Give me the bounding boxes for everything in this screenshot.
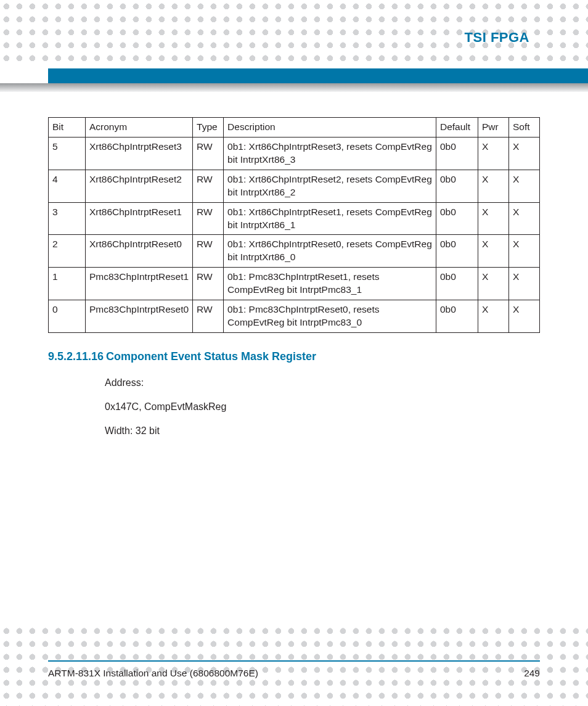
cell-soft: X — [509, 170, 540, 202]
col-soft: Soft — [509, 118, 540, 138]
col-pwr: Pwr — [478, 118, 509, 138]
section-title: Component Event Status Mask Register — [106, 350, 316, 363]
cell-pwr: X — [478, 268, 509, 300]
table-row: 0Pmc83ChpIntrptReset0RW0b1: Pmc83ChpIntr… — [49, 300, 540, 333]
cell-description: 0b1: Xrt86ChpIntrptReset1, resets CompEv… — [224, 202, 436, 235]
register-table: Bit Acronym Type Description Default Pwr… — [48, 117, 540, 333]
cell-soft: X — [509, 300, 540, 333]
cell-bit: 0 — [49, 300, 86, 333]
section-heading: 9.5.2.11.16 Component Event Status Mask … — [48, 350, 540, 363]
cell-pwr: X — [478, 235, 509, 268]
footer-page-number: 249 — [524, 668, 540, 679]
cell-default: 0b0 — [436, 170, 478, 202]
table-row: 4Xrt86ChpIntrptReset2RW0b1: Xrt86ChpIntr… — [49, 170, 540, 202]
cell-soft: X — [509, 235, 540, 268]
cell-acronym: Pmc83ChpIntrptReset1 — [86, 268, 193, 300]
cell-type: RW — [193, 202, 224, 235]
cell-default: 0b0 — [436, 268, 478, 300]
cell-pwr: X — [478, 137, 509, 170]
cell-bit: 4 — [49, 170, 86, 202]
cell-acronym: Xrt86ChpIntrptReset3 — [86, 137, 193, 170]
col-type: Type — [193, 118, 224, 138]
header-blue-bar — [48, 68, 588, 83]
content-area: Bit Acronym Type Description Default Pwr… — [48, 117, 540, 448]
cell-default: 0b0 — [436, 202, 478, 235]
cell-type: RW — [193, 137, 224, 170]
cell-type: RW — [193, 170, 224, 202]
width-line: Width: 32 bit — [105, 425, 540, 438]
cell-bit: 2 — [49, 235, 86, 268]
section-body: Address: 0x147C, CompEvtMaskReg Width: 3… — [105, 377, 540, 437]
cell-acronym: Pmc83ChpIntrptReset0 — [86, 300, 193, 333]
cell-description: 0b1: Pmc83ChpIntrptReset0, resets CompEv… — [224, 300, 436, 333]
col-acronym: Acronym — [86, 118, 193, 138]
cell-soft: X — [509, 202, 540, 235]
page: TSI FPGA Bit Acronym Type Description De… — [0, 0, 588, 706]
address-label: Address: — [105, 377, 540, 390]
table-row: 1Pmc83ChpIntrptReset1RW0b1: Pmc83ChpIntr… — [49, 268, 540, 300]
cell-type: RW — [193, 235, 224, 268]
table-header-row: Bit Acronym Type Description Default Pwr… — [49, 118, 540, 138]
cell-acronym: Xrt86ChpIntrptReset2 — [86, 170, 193, 202]
cell-pwr: X — [478, 202, 509, 235]
col-desc: Description — [224, 118, 436, 138]
cell-soft: X — [509, 137, 540, 170]
cell-soft: X — [509, 268, 540, 300]
decorative-dots-bottom — [0, 625, 588, 706]
footer-doc-id: ARTM-831X Installation and Use (6806800M… — [48, 668, 258, 679]
cell-acronym: Xrt86ChpIntrptReset0 — [86, 235, 193, 268]
cell-default: 0b0 — [436, 235, 478, 268]
section-number: 9.5.2.11.16 — [48, 350, 105, 363]
cell-default: 0b0 — [436, 137, 478, 170]
cell-bit: 1 — [49, 268, 86, 300]
col-default: Default — [436, 118, 478, 138]
table-row: 2Xrt86ChpIntrptReset0RW0b1: Xrt86ChpIntr… — [49, 235, 540, 268]
header-grey-bar — [0, 83, 588, 92]
footer-rule — [48, 660, 540, 662]
col-bit: Bit — [49, 118, 86, 138]
cell-bit: 3 — [49, 202, 86, 235]
cell-pwr: X — [478, 170, 509, 202]
chapter-title: TSI FPGA — [465, 30, 529, 46]
table-row: 3Xrt86ChpIntrptReset1RW0b1: Xrt86ChpIntr… — [49, 202, 540, 235]
cell-default: 0b0 — [436, 300, 478, 333]
cell-acronym: Xrt86ChpIntrptReset1 — [86, 202, 193, 235]
cell-description: 0b1: Xrt86ChpIntrptReset3, resets CompEv… — [224, 137, 436, 170]
cell-description: 0b1: Pmc83ChpIntrptReset1, resets CompEv… — [224, 268, 436, 300]
footer: ARTM-831X Installation and Use (6806800M… — [48, 668, 540, 679]
cell-type: RW — [193, 268, 224, 300]
cell-bit: 5 — [49, 137, 86, 170]
cell-type: RW — [193, 300, 224, 333]
cell-description: 0b1: Xrt86ChpIntrptReset2, resets CompEv… — [224, 170, 436, 202]
table-row: 5Xrt86ChpIntrptReset3RW0b1: Xrt86ChpIntr… — [49, 137, 540, 170]
cell-description: 0b1: Xrt86ChpIntrptReset0, resets CompEv… — [224, 235, 436, 268]
address-value: 0x147C, CompEvtMaskReg — [105, 401, 540, 414]
cell-pwr: X — [478, 300, 509, 333]
